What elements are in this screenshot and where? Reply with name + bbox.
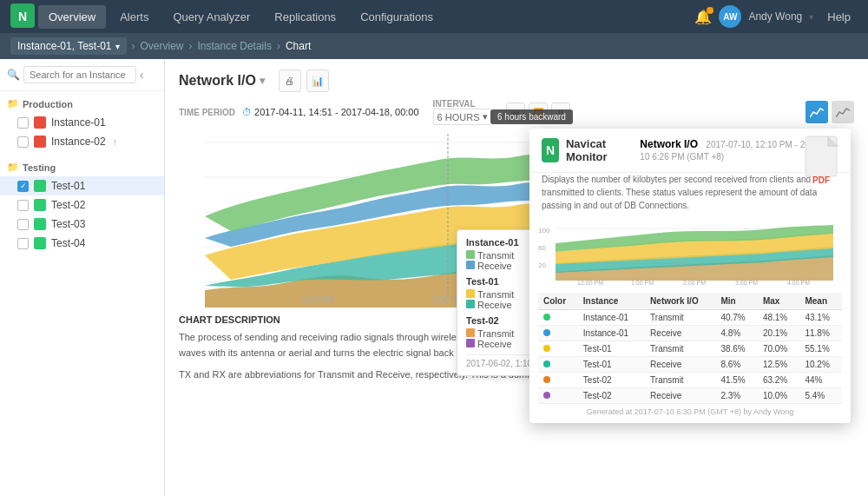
cell-min: 41.5% xyxy=(715,373,758,388)
chart-view-buttons xyxy=(806,101,854,123)
top-navigation: N Overview Alerts Query Analyzer Replica… xyxy=(0,0,868,33)
cell-metric: Receive xyxy=(645,357,715,373)
sidebar-item-instance-02[interactable]: Instance-02 ↑ xyxy=(0,132,164,151)
svg-text:100: 100 xyxy=(538,227,550,235)
print-button[interactable]: 🖨 xyxy=(279,69,301,92)
pdf-table-container: Color Instance Network I/O Min Max Mean … xyxy=(529,293,851,423)
instance-icon-2 xyxy=(34,136,46,148)
user-name[interactable]: Andy Wong xyxy=(748,10,802,23)
cell-metric: Receive xyxy=(645,388,715,404)
breadcrumb-instance-details[interactable]: Instance Details xyxy=(198,40,272,52)
table-row: Instance-01 Transmit 40.7% 48.1% 43.1% xyxy=(538,310,842,326)
interval-select[interactable]: 6 HOURS ▾ xyxy=(433,109,492,125)
cell-mean: 55.1% xyxy=(799,341,842,357)
transmit-color-1 xyxy=(466,250,475,259)
back-button[interactable]: ‹ xyxy=(140,68,144,82)
svg-text:4:00 PM: 4:00 PM xyxy=(787,280,810,285)
checkbox-test-01[interactable]: ✓ xyxy=(17,181,29,192)
line-chart-button[interactable] xyxy=(832,101,854,123)
folder-icon: 📁 xyxy=(7,98,19,109)
nav-item-overview[interactable]: Overview xyxy=(38,5,106,29)
chart-title-dropdown-icon[interactable]: ▾ xyxy=(260,75,265,87)
table-row: Instance-01 Receive 4.8% 20.1% 11.8% xyxy=(538,326,842,341)
instance-selector[interactable]: Instance-01, Test-01 ▾ xyxy=(10,37,127,55)
cell-instance: Instance-01 xyxy=(578,326,645,341)
cell-min: 4.8% xyxy=(715,326,758,341)
pdf-description: Displays the number of kilobytes per sec… xyxy=(529,173,851,219)
col-max: Max xyxy=(758,293,800,310)
nav-item-replications[interactable]: Replications xyxy=(264,5,346,29)
col-network-io: Network I/O xyxy=(645,293,715,310)
sidebar-group-production-header[interactable]: 📁 Production xyxy=(0,95,164,113)
cell-color xyxy=(538,341,578,357)
svg-text:1:00 PM: 1:00 PM xyxy=(631,280,654,285)
table-row: Test-01 Receive 8.6% 12.5% 10.2% xyxy=(538,357,842,373)
pdf-table: Color Instance Network I/O Min Max Mean … xyxy=(538,293,842,404)
table-row: Test-02 Receive 2.3% 10.0% 5.4% xyxy=(538,388,842,404)
nav-item-alerts[interactable]: Alerts xyxy=(109,5,159,29)
cell-min: 8.6% xyxy=(715,357,758,373)
sidebar: 🔍 ‹ 📁 Production Instance-01 Instance-02… xyxy=(0,59,165,496)
test-icon-3 xyxy=(34,218,46,230)
receive-color-2 xyxy=(466,300,475,308)
cell-instance: Test-01 xyxy=(578,357,645,373)
svg-text:1:00 PM: 1:00 PM xyxy=(301,295,333,305)
transmit-color-3 xyxy=(466,328,475,337)
pdf-document-icon: PDF xyxy=(804,136,838,185)
help-link[interactable]: Help xyxy=(820,7,858,27)
sidebar-group-testing-header[interactable]: 📁 Testing xyxy=(0,158,164,176)
svg-text:2:00 PM: 2:00 PM xyxy=(683,280,706,285)
cell-mean: 5.4% xyxy=(799,388,842,404)
cell-max: 10.0% xyxy=(758,388,800,404)
chart-title: Network I/O ▾ xyxy=(179,73,265,89)
export-button[interactable]: 📊 xyxy=(306,69,329,92)
test-icon-2 xyxy=(34,199,46,211)
checkbox-instance-02[interactable] xyxy=(17,136,29,148)
nav-item-query-analyzer[interactable]: Query Analyzer xyxy=(162,5,260,29)
sidebar-item-instance-01[interactable]: Instance-01 xyxy=(0,113,164,132)
sidebar-item-test-02[interactable]: Test-02 xyxy=(0,195,164,215)
chart-main-area: Network I/O ▾ 🖨 📊 TIME PERIOD ⏱ 2017-04-… xyxy=(165,59,868,496)
search-input[interactable] xyxy=(23,66,136,83)
transmit-color-2 xyxy=(466,289,475,298)
sidebar-item-test-04[interactable]: Test-04 xyxy=(0,234,164,253)
cell-max: 48.1% xyxy=(758,310,800,326)
sidebar-item-test-01[interactable]: ✓ Test-01 xyxy=(0,176,164,195)
cell-instance: Test-02 xyxy=(578,373,645,388)
instance-icon xyxy=(34,116,46,129)
notification-badge xyxy=(707,7,713,14)
sidebar-item-test-03[interactable]: Test-03 xyxy=(0,215,164,234)
breadcrumb-overview[interactable]: Overview xyxy=(141,40,184,52)
folder-icon-testing: 📁 xyxy=(7,162,19,173)
cell-max: 20.1% xyxy=(758,326,800,341)
svg-text:12:00 PM: 12:00 PM xyxy=(577,280,603,285)
cell-color xyxy=(538,310,578,326)
sidebar-group-production: 📁 Production Instance-01 Instance-02 ↑ xyxy=(0,91,164,155)
svg-text:20: 20 xyxy=(538,261,546,269)
svg-text:60: 60 xyxy=(538,244,546,252)
cell-mean: 43.1% xyxy=(799,310,842,326)
col-mean: Mean xyxy=(799,293,842,310)
nav-item-configurations[interactable]: Configurations xyxy=(350,5,444,29)
pdf-overlay: PDF N Navicat Monitor Network I/O 2017-0… xyxy=(529,129,851,423)
breadcrumb-chart: Chart xyxy=(286,40,311,52)
col-min: Min xyxy=(715,293,758,310)
checkbox-test-03[interactable] xyxy=(17,219,29,230)
table-row: Test-02 Transmit 41.5% 63.2% 44% xyxy=(538,373,842,388)
svg-text:3:00 PM: 3:00 PM xyxy=(735,280,758,285)
cell-mean: 44% xyxy=(799,373,842,388)
col-color: Color xyxy=(538,293,578,310)
cell-color xyxy=(538,326,578,341)
col-instance: Instance xyxy=(578,293,645,310)
area-chart-button[interactable] xyxy=(806,101,828,123)
pdf-footer: Generated at 2017-07-10 6:30 PM (GMT +8)… xyxy=(538,407,842,416)
checkbox-instance-01[interactable] xyxy=(17,117,29,129)
cell-max: 12.5% xyxy=(758,357,800,373)
cell-instance: Test-02 xyxy=(578,388,645,404)
checkbox-test-02[interactable] xyxy=(17,200,29,211)
pdf-mini-chart: 100 60 20 12:00 PM 1:00 PM 2:00 PM xyxy=(529,219,851,293)
checkbox-test-04[interactable] xyxy=(17,238,29,249)
pdf-logo: N xyxy=(542,138,559,162)
notifications-bell[interactable]: 🔔 xyxy=(694,9,712,25)
cell-max: 63.2% xyxy=(758,373,800,388)
